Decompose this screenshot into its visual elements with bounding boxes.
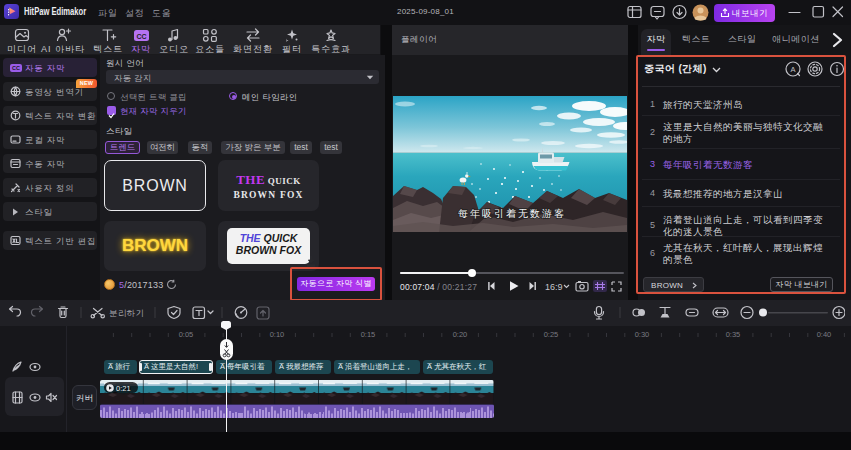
- svg-text:0:40: 0:40: [817, 330, 832, 339]
- svg-text:CC: CC: [136, 33, 146, 40]
- svg-text:0:15: 0:15: [361, 330, 376, 339]
- svg-text:0:05: 0:05: [179, 330, 194, 339]
- svg-text:0:30: 0:30: [635, 330, 650, 339]
- svg-text:每年吸引着无数游客: 每年吸引着无数游客: [458, 208, 566, 219]
- svg-text:0:20: 0:20: [453, 330, 468, 339]
- svg-text:16:9: 16:9: [545, 282, 563, 292]
- svg-text:0:25: 0:25: [544, 330, 559, 339]
- svg-text:0:35: 0:35: [726, 330, 741, 339]
- svg-text:0:10: 0:10: [270, 330, 285, 339]
